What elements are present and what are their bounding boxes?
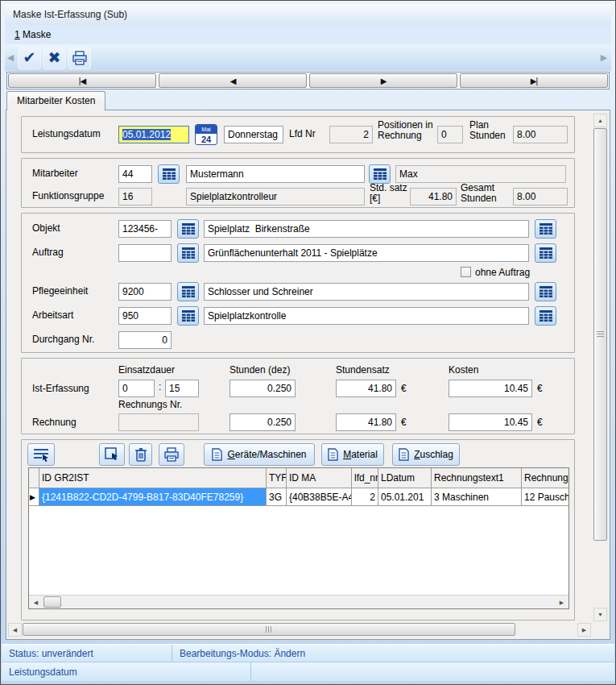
objekt-name-lookup-button[interactable]	[535, 219, 556, 239]
cell-ldatum[interactable]: 05.01.201	[378, 488, 432, 506]
nav-first-button[interactable]: |◀	[8, 73, 156, 88]
mitarbeiter-lookup-button[interactable]	[158, 164, 180, 184]
col-rechnungstext1[interactable]: Rechnungstext1	[432, 468, 522, 488]
ist-kosten-field[interactable]: 10.45	[449, 380, 532, 397]
positionen-field: 0	[437, 126, 463, 143]
col-selector	[29, 468, 39, 488]
auftrag-name-lookup-button[interactable]	[535, 243, 556, 263]
col-id-gr2ist[interactable]: ID GR2IST	[39, 468, 267, 488]
grid-lookup-icon	[374, 168, 387, 180]
scroll-right-icon[interactable]: ▶	[555, 596, 568, 609]
geraete-maschinen-button[interactable]: Geräte/Maschinen	[204, 443, 315, 466]
nav-prev-button[interactable]: ◀	[159, 73, 307, 88]
table-horizontal-scrollbar[interactable]: ◀ ▶	[29, 595, 568, 608]
arbeitsart-id-field[interactable]: 950	[118, 307, 172, 325]
empty-pane	[251, 662, 614, 681]
arbeitsart-lookup-button[interactable]	[177, 306, 199, 326]
grid-lookup-icon	[163, 168, 176, 180]
confirm-button[interactable]: ✔	[18, 47, 41, 69]
pflegeeinheit-name-lookup-button[interactable]	[535, 282, 556, 301]
cell-id-ma[interactable]: {40B38B5E-A4	[287, 488, 352, 506]
arbeitsart-name-lookup-button[interactable]	[535, 306, 556, 326]
page-vertical-scrollbar[interactable]: ▲ ▼	[593, 114, 608, 621]
tab-page: Leistungsdatum 05.01.2012 Mai 24 Donners…	[6, 110, 610, 640]
page-hscroll-thumb[interactable]	[23, 623, 515, 636]
stunden-col-label: Stunden (dez)	[229, 365, 290, 376]
pflegeeinheit-lookup-button[interactable]	[177, 282, 199, 301]
document-icon	[212, 448, 222, 461]
document-icon	[328, 448, 338, 461]
material-button[interactable]: Material	[321, 443, 384, 466]
grid-lookup-icon	[540, 286, 552, 297]
rechnung-label: Rechnung	[32, 417, 76, 428]
positionen-label: Positionen in Rechnung	[378, 120, 440, 141]
ohne-auftrag-checkbox[interactable]	[461, 267, 471, 277]
nachname-lookup-button[interactable]	[369, 164, 391, 184]
kosten-col-label: Kosten	[449, 365, 478, 376]
ist-stundensatz-field[interactable]: 41.80	[336, 380, 396, 397]
group-leistungsdatum: Leistungsdatum 05.01.2012 Mai 24 Donners…	[21, 116, 575, 153]
scroll-left-icon[interactable]: ◀	[29, 596, 43, 609]
objekt-lookup-button[interactable]	[177, 219, 199, 239]
pflegeeinheit-name-field[interactable]: Schlosser und Schreiner	[204, 283, 529, 301]
table-scroll-thumb[interactable]	[43, 596, 61, 608]
tab-mitarbeiter-kosten[interactable]: Mitarbeiter Kosten	[6, 91, 105, 110]
menu-item-maske[interactable]: 1 Maske	[14, 29, 51, 40]
euro-sign: €	[537, 384, 543, 394]
cell-rechnungstext1[interactable]: 3 Maschinen	[432, 488, 522, 506]
status-pane: Status: unverändert	[2, 645, 172, 662]
objekt-id-field[interactable]: 123456-	[118, 220, 172, 238]
cell-rechnung[interactable]: 12 Pausch	[522, 488, 569, 506]
cell-id-gr2ist[interactable]: {1241B822-CD2D-4799-B817-83D40FE78259}	[39, 488, 267, 506]
pflegeeinheit-id-field[interactable]: 9200	[118, 283, 172, 301]
auftrag-id-field[interactable]	[118, 244, 172, 262]
scroll-left-icon[interactable]: ◀	[8, 623, 22, 637]
gesamt-stunden-field: 8.00	[513, 188, 568, 206]
table-row[interactable]: ▶ {1241B822-CD2D-4799-B817-83D40FE78259}…	[29, 488, 568, 506]
zuschlag-button[interactable]: Zuschlag	[392, 443, 460, 466]
print-button[interactable]	[68, 47, 91, 69]
scroll-right-icon[interactable]: ▶	[577, 623, 591, 637]
weekday-field: Donnerstag	[224, 126, 283, 143]
ist-minuten-field[interactable]: 15	[165, 380, 199, 397]
objekt-name-field[interactable]: Spielplatz Birkenstraße	[204, 220, 529, 238]
col-ldatum[interactable]: LDatum	[378, 468, 432, 488]
re-stunden-dez-field[interactable]: 0.250	[229, 413, 296, 431]
delete-button[interactable]	[129, 443, 152, 466]
col-lfd-nr[interactable]: lfd_nr	[352, 468, 378, 488]
arbeitsart-name-field[interactable]: Spielplatzkontrolle	[204, 307, 529, 325]
col-id-ma[interactable]: ID MA	[287, 468, 352, 488]
select-record-button[interactable]	[99, 443, 125, 466]
toolbar-scroll-left-icon[interactable]: ◀	[5, 52, 16, 63]
status-bar: Status: unverändert Bearbeitungs-Modus: …	[2, 644, 614, 662]
ist-stunden-dez-field[interactable]: 0.250	[229, 380, 296, 397]
nachname-field[interactable]: Mustermann	[186, 165, 365, 183]
cell-tyf[interactable]: 3G	[267, 488, 287, 506]
auftrag-lookup-button[interactable]	[177, 243, 199, 263]
mitarbeiter-id-field[interactable]: 44	[118, 165, 152, 183]
auftrag-name-field[interactable]: Grünflächenunterhalt 2011 - Spielplätze	[204, 244, 529, 262]
print-detail-button[interactable]	[159, 443, 184, 466]
group-objekt: Objekt 123456- Spielplatz Birkenstraße A…	[21, 213, 575, 353]
scroll-up-icon[interactable]: ▲	[593, 114, 607, 127]
lfdnr-field: 2	[329, 126, 373, 143]
durchgang-field[interactable]: 0	[118, 331, 172, 349]
leistungsdatum-field[interactable]: 05.01.2012	[118, 126, 189, 143]
ist-stunden-field[interactable]: 0	[118, 380, 155, 397]
re-kosten-field[interactable]: 10.45	[449, 413, 532, 431]
scroll-down-icon[interactable]: ▼	[593, 608, 607, 621]
nav-next-button[interactable]: ▶	[309, 73, 457, 88]
cancel-button[interactable]: ✖	[43, 47, 66, 69]
cell-lfd-nr[interactable]: 2	[352, 488, 378, 506]
lfdnr-label: Lfd Nr	[289, 129, 316, 139]
toolbar-scroll-right-icon[interactable]: ▶	[598, 52, 610, 63]
page-horizontal-scrollbar[interactable]: ◀ ▶	[8, 623, 591, 637]
nav-last-button[interactable]: ▶|	[460, 73, 608, 88]
plan-stunden-field: 8.00	[513, 126, 568, 143]
calendar-button[interactable]: Mai 24	[195, 124, 217, 145]
col-tyf[interactable]: TYF	[267, 468, 287, 488]
edit-list-button[interactable]	[27, 443, 55, 466]
page-vscroll-thumb[interactable]	[593, 128, 607, 541]
col-rechnung[interactable]: Rechnung	[522, 468, 569, 488]
re-stundensatz-field[interactable]: 41.80	[336, 413, 396, 431]
